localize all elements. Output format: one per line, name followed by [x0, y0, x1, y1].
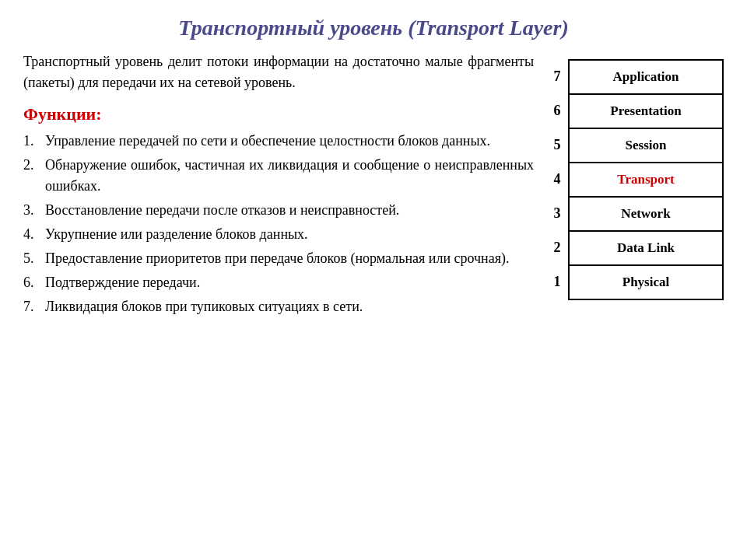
function-text: Предоставление приоритетов при передаче …: [45, 248, 534, 269]
function-item: 5.Предоставление приоритетов при передач…: [23, 248, 534, 269]
osi-layer-num: 5: [549, 128, 565, 162]
function-text: Укрупнение или разделение блоков данных.: [45, 224, 534, 245]
osi-layer-row: Physical: [569, 265, 723, 299]
osi-layer-label: Presentation: [569, 94, 723, 128]
function-num: 5.: [23, 248, 45, 269]
content-wrapper: Транспортный уровень делит потоки информ…: [23, 51, 724, 320]
osi-layer-label: Network: [569, 197, 723, 231]
function-item: 7.Ликвидация блоков при тупиковых ситуац…: [23, 296, 534, 317]
function-num: 6.: [23, 272, 45, 293]
osi-layer-num: 2: [549, 230, 565, 264]
osi-layer-row: Network: [569, 197, 723, 231]
function-num: 7.: [23, 296, 45, 317]
osi-layer-row: Transport: [569, 163, 723, 197]
function-num: 3.: [23, 200, 45, 221]
function-item: 1.Управление передачей по сети и обеспеч…: [23, 131, 534, 152]
osi-layer-num: 6: [549, 93, 565, 128]
osi-layer-label: Transport: [569, 163, 723, 197]
description: Транспортный уровень делит потоки информ…: [23, 51, 534, 93]
function-item: 6.Подтверждение передачи.: [23, 272, 534, 293]
osi-container: 7654321 ApplicationPresentationSessionTr…: [549, 59, 724, 300]
osi-layer-row: Data Link: [569, 231, 723, 265]
function-num: 2.: [23, 155, 45, 197]
osi-layer-num: 3: [549, 196, 565, 230]
osi-layer-num: 1: [549, 264, 565, 299]
osi-table: ApplicationPresentationSessionTransportN…: [568, 59, 724, 300]
osi-layer-label: Application: [569, 60, 723, 94]
function-text: Восстановление передачи после отказов и …: [45, 200, 534, 221]
osi-layer-label: Data Link: [569, 231, 723, 265]
function-item: 4.Укрупнение или разделение блоков данны…: [23, 224, 534, 245]
function-text: Подтверждение передачи.: [45, 272, 534, 293]
osi-layer-row: Application: [569, 60, 723, 94]
function-text: Управление передачей по сети и обеспечен…: [45, 131, 534, 152]
page-title: Транспортный уровень (Transport Layer): [23, 16, 724, 40]
functions-list: 1.Управление передачей по сети и обеспеч…: [23, 131, 534, 317]
function-text: Обнаружение ошибок, частичная их ликвида…: [45, 155, 534, 197]
osi-layer-num: 4: [549, 162, 565, 196]
function-text: Ликвидация блоков при тупиковых ситуация…: [45, 296, 534, 317]
function-item: 3.Восстановление передачи после отказов …: [23, 200, 534, 221]
osi-layer-num: 7: [549, 59, 565, 93]
osi-layer-label: Physical: [569, 265, 723, 299]
osi-numbers: 7654321: [549, 59, 565, 299]
function-num: 4.: [23, 224, 45, 245]
function-num: 1.: [23, 131, 45, 152]
osi-layer-row: Presentation: [569, 94, 723, 128]
functions-heading: Функции:: [23, 104, 534, 124]
osi-layer-label: Session: [569, 128, 723, 163]
left-section: Транспортный уровень делит потоки информ…: [23, 51, 534, 320]
osi-layer-row: Session: [569, 128, 723, 163]
function-item: 2.Обнаружение ошибок, частичная их ликви…: [23, 155, 534, 197]
